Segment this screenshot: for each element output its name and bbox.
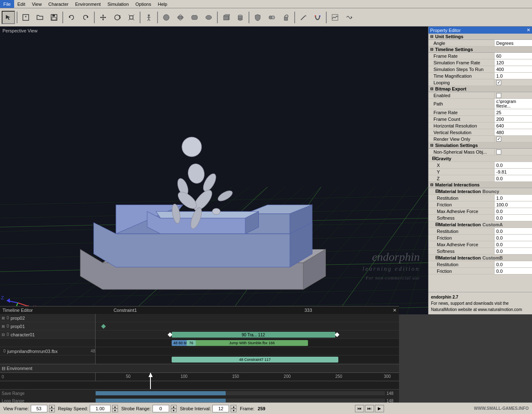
prop-bitmap-framerate-value[interactable]: 25 (495, 109, 532, 115)
sphere2-button[interactable] (174, 11, 187, 24)
prop-v-res-value[interactable]: 480 (495, 129, 532, 135)
view-frame-input[interactable] (31, 405, 47, 412)
strobe-range-input[interactable] (153, 405, 169, 412)
motion-button[interactable] (342, 11, 356, 24)
timeline-close-button[interactable]: ✕ (393, 308, 397, 313)
sim-settings-header[interactable]: ⊟ Simulation Settings (429, 142, 532, 149)
prop-softness-bouncy-value[interactable]: 0.0 (495, 215, 532, 221)
shield-button[interactable] (251, 11, 264, 24)
prop-restitution-customa-value[interactable]: 0.0 (495, 228, 532, 234)
menu-options[interactable]: Options (132, 0, 155, 8)
prop-sim-framerate-value[interactable]: 120 (495, 59, 532, 66)
strobe-interval-up[interactable]: ▲ (231, 405, 236, 409)
prop-enabled-value[interactable] (495, 92, 532, 98)
terrain-button[interactable] (328, 11, 342, 24)
strobe-range-down[interactable]: ▼ (171, 409, 177, 412)
save-button[interactable] (47, 11, 61, 24)
prop-restitution-customb-value[interactable]: 0.0 (495, 261, 532, 267)
playback-play-button[interactable]: ▶ (375, 405, 384, 412)
unit-settings-header[interactable]: ⊟ Unit Settings (429, 34, 532, 40)
playback-rewind-button[interactable]: ⏮ (355, 405, 364, 412)
menu-simulation[interactable]: Simulation (104, 0, 132, 8)
prop-softness-customa-value[interactable]: 0.0 (495, 248, 532, 254)
bitmap-export-header[interactable]: ⊟ Bitmap Export (429, 86, 532, 92)
prop-looping-value[interactable]: ✓ (495, 79, 532, 86)
enabled-checkbox[interactable] (496, 93, 501, 98)
open-button[interactable] (33, 11, 47, 24)
material-interactions-header[interactable]: ⊟ Material Interactions (429, 182, 532, 188)
menu-environment[interactable]: Environment (72, 0, 104, 8)
track-expand-char01[interactable]: ⊟ (2, 333, 5, 337)
looping-checkbox[interactable]: ✓ (496, 80, 501, 85)
prop-gravity-z-value[interactable]: 0.0 (495, 175, 532, 181)
rotate-button[interactable] (111, 11, 124, 24)
sphere-button[interactable] (160, 11, 173, 24)
prop-time-mag-value[interactable]: 1.0 (495, 73, 532, 79)
scale-button[interactable] (125, 11, 138, 24)
timeline-settings-header[interactable]: ⊟ Timeline Settings (429, 47, 532, 53)
prop-adhesive-customa-value[interactable]: 0.0 (495, 241, 532, 247)
mat-customb-header[interactable]: ⊟ Material Interaction CustomB (429, 255, 532, 261)
track-expand-prop01[interactable]: ⊞ (2, 324, 5, 328)
menu-help[interactable]: Help (155, 0, 171, 8)
viewport[interactable]: Perspective View (0, 27, 428, 314)
replay-speed-input[interactable] (90, 405, 111, 412)
strobe-interval-input[interactable] (212, 405, 229, 412)
redo-button[interactable] (79, 11, 92, 24)
prop-nonsphere-value[interactable] (495, 149, 532, 155)
prop-friction-customa-value[interactable]: 0.0 (495, 235, 532, 241)
translate-button[interactable] (96, 11, 110, 24)
prop-gravity-x-value[interactable]: 0.0 (495, 162, 532, 168)
new-button[interactable] (19, 11, 32, 24)
prop-friction-customb-value[interactable]: 0.0 (495, 268, 532, 274)
cylinder-button[interactable] (234, 11, 247, 24)
nonsphere-checkbox[interactable] (496, 149, 501, 154)
track-expand-prop02[interactable]: ⊞ (2, 316, 5, 320)
strobe-range-up[interactable]: ▲ (171, 405, 177, 409)
menu-view[interactable]: View (29, 0, 45, 8)
playback-forward-button[interactable]: ⏭ (365, 405, 374, 412)
timeline-bar-char01-main[interactable]: 90 Tra... 112 (172, 332, 335, 338)
magnet-button[interactable] (311, 11, 324, 24)
select-tool-button[interactable] (2, 11, 15, 24)
track-content[interactable]: 90 Tra... 112 48 60 60 Body Foetal 1 105… (96, 314, 399, 364)
timeline-bar-sub1-d[interactable]: Jump With Stumble.fbx 166 (196, 340, 308, 346)
prop-frame-count-value[interactable]: 200 (495, 116, 532, 122)
view-frame-up[interactable]: ▲ (49, 405, 55, 409)
timeline-bar-sub1-c[interactable]: 76 (187, 340, 196, 346)
save-range-track[interactable] (96, 391, 385, 395)
pencil-button[interactable] (297, 11, 310, 24)
character-button[interactable] (142, 11, 155, 24)
lock-button[interactable] (279, 11, 293, 24)
box-button[interactable] (219, 11, 233, 24)
undo-button[interactable] (65, 11, 78, 24)
prop-render-view-value[interactable]: ✓ (495, 136, 532, 142)
scrubber-handle[interactable] (150, 373, 151, 390)
menu-edit[interactable]: Edit (14, 0, 29, 8)
menu-file[interactable]: File (0, 0, 14, 8)
prop-close-button[interactable]: ✕ (527, 27, 530, 33)
timeline-scrubber-area[interactable]: 0 50 100 150 200 250 300 (0, 372, 399, 389)
strobe-interval-down[interactable]: ▼ (231, 409, 236, 412)
prop-restitution-bouncy-value[interactable]: 1.0 (495, 195, 532, 201)
render-view-checkbox[interactable]: ✓ (496, 137, 501, 142)
prop-scroll[interactable]: ⊟ Unit Settings Angle Degrees ⊟ Timeline… (429, 34, 532, 292)
prop-path-value[interactable]: c:\program files\e... (495, 99, 532, 109)
prop-adhesive-bouncy-value[interactable]: 0.0 (495, 208, 532, 214)
prop-angle-value[interactable]: Degrees (495, 40, 532, 46)
shape-button[interactable] (202, 11, 215, 24)
prop-h-res-value[interactable]: 640 (495, 122, 532, 129)
prop-framerate-value[interactable]: 60 (495, 53, 532, 59)
prop-sim-steps-value[interactable]: 400 (495, 66, 532, 72)
mat-customa-header[interactable]: ⊟ Material Interaction CustomA (429, 221, 532, 228)
timeline-bar-constraint[interactable]: 48 Constraint7 117 (172, 357, 339, 363)
view-frame-down[interactable]: ▼ (49, 409, 55, 412)
menu-character[interactable]: Character (45, 0, 71, 8)
prop-gravity-y-value[interactable]: -9.81 (495, 169, 532, 175)
replay-speed-down[interactable]: ▼ (112, 409, 118, 412)
capsule-button[interactable] (188, 11, 201, 24)
gravity-header[interactable]: ⊟ Gravity (429, 155, 532, 162)
constraint-button[interactable] (265, 11, 278, 24)
mat-bouncy-header[interactable]: ⊟ Material Interaction Bouncy (429, 188, 532, 195)
replay-speed-up[interactable]: ▲ (112, 405, 118, 409)
